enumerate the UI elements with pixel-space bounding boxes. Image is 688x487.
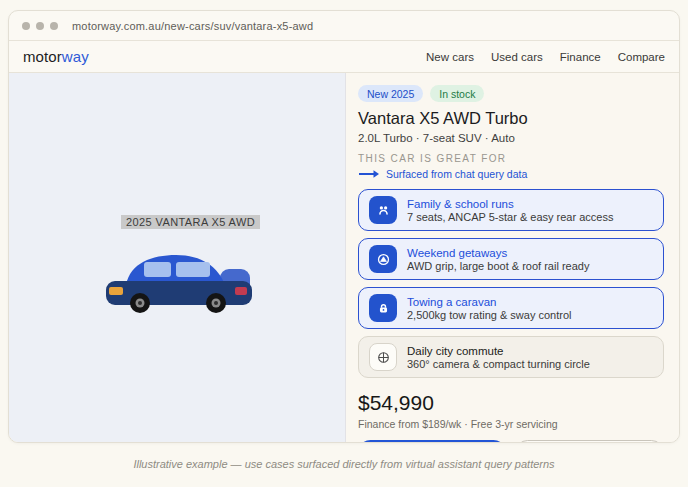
use-case-icon-tile bbox=[369, 294, 397, 322]
chat-source-link[interactable]: Surfaced from chat query data bbox=[358, 168, 664, 180]
window-control-dot[interactable] bbox=[22, 22, 30, 30]
finance-note: Finance from $189/wk · Free 3-yr servici… bbox=[358, 418, 664, 430]
use-case-icon-tile bbox=[369, 245, 397, 273]
mountain-icon bbox=[375, 251, 392, 268]
url-text[interactable]: motorway.com.au/new-cars/suv/vantara-x5-… bbox=[72, 20, 313, 32]
use-case-icon-tile bbox=[369, 343, 397, 371]
new-badge: New 2025 bbox=[358, 85, 423, 102]
page-content: 2025 VANTARA X5 AWD bbox=[9, 73, 679, 442]
use-case-title: Weekend getaways bbox=[407, 247, 589, 259]
price: $54,990 bbox=[358, 391, 664, 415]
nav-links: New cars Used cars Finance Compare bbox=[426, 51, 665, 63]
car-model-label: 2025 VANTARA X5 AWD bbox=[121, 215, 260, 229]
site-logo[interactable]: motorway bbox=[23, 48, 89, 65]
nav-link-new-cars[interactable]: New cars bbox=[426, 51, 474, 63]
family-icon bbox=[375, 202, 392, 219]
enquire-button[interactable]: Enquire now bbox=[358, 440, 506, 443]
use-case-detail: 7 seats, ANCAP 5-star & easy rear access bbox=[407, 211, 613, 223]
globe-icon bbox=[375, 349, 392, 366]
tow-hitch-icon bbox=[375, 300, 392, 317]
use-case-list: Family & school runs 7 seats, ANCAP 5-st… bbox=[358, 189, 664, 385]
cta-row: Enquire now Test drive bbox=[358, 440, 664, 443]
chat-source-label: Surfaced from chat query data bbox=[386, 168, 527, 180]
car-title: Vantara X5 AWD Turbo bbox=[358, 109, 664, 128]
window-control-dot[interactable] bbox=[50, 22, 58, 30]
arrow-right-icon bbox=[358, 169, 380, 179]
window-control-dot[interactable] bbox=[36, 22, 44, 30]
use-case-text: Towing a caravan 2,500kg tow rating & sw… bbox=[407, 296, 571, 321]
use-case-card: Towing a caravan 2,500kg tow rating & sw… bbox=[358, 287, 664, 329]
use-case-detail: 2,500kg tow rating & sway control bbox=[407, 309, 571, 321]
car-hero-panel: 2025 VANTARA X5 AWD bbox=[9, 73, 346, 442]
use-case-card: Daily city commute 360° camera & compact… bbox=[358, 336, 664, 378]
car-illustration bbox=[104, 245, 254, 319]
use-case-title: Family & school runs bbox=[407, 198, 613, 210]
nav-link-finance[interactable]: Finance bbox=[560, 51, 601, 63]
use-case-title: Towing a caravan bbox=[407, 296, 571, 308]
nav-link-compare[interactable]: Compare bbox=[618, 51, 665, 63]
use-case-title: Daily city commute bbox=[407, 345, 590, 357]
badge-row: New 2025 In stock bbox=[358, 85, 664, 102]
site-nav: motorway New cars Used cars Finance Comp… bbox=[9, 41, 679, 73]
use-case-card: Family & school runs 7 seats, ANCAP 5-st… bbox=[358, 189, 664, 231]
nav-link-used-cars[interactable]: Used cars bbox=[491, 51, 543, 63]
use-case-text: Weekend getaways AWD grip, large boot & … bbox=[407, 247, 589, 272]
stock-badge: In stock bbox=[430, 85, 484, 102]
use-case-text: Daily city commute 360° camera & compact… bbox=[407, 345, 590, 370]
car-specs: 2.0L Turbo · 7-seat SUV · Auto bbox=[358, 132, 664, 144]
browser-window: motorway.com.au/new-cars/suv/vantara-x5-… bbox=[8, 10, 680, 443]
use-case-detail: AWD grip, large boot & roof rail ready bbox=[407, 260, 589, 272]
listing-panel: New 2025 In stock Vantara X5 AWD Turbo 2… bbox=[346, 73, 679, 442]
use-case-card: Weekend getaways AWD grip, large boot & … bbox=[358, 238, 664, 280]
browser-url-bar[interactable]: motorway.com.au/new-cars/suv/vantara-x5-… bbox=[9, 11, 679, 41]
test-drive-button[interactable]: Test drive bbox=[515, 440, 665, 443]
use-case-text: Family & school runs 7 seats, ANCAP 5-st… bbox=[407, 198, 613, 223]
section-heading: THIS CAR IS GREAT FOR bbox=[358, 153, 664, 164]
use-case-icon-tile bbox=[369, 196, 397, 224]
footer-caption: Illustrative example — use cases surface… bbox=[0, 458, 688, 470]
use-case-detail: 360° camera & compact turning circle bbox=[407, 358, 590, 370]
